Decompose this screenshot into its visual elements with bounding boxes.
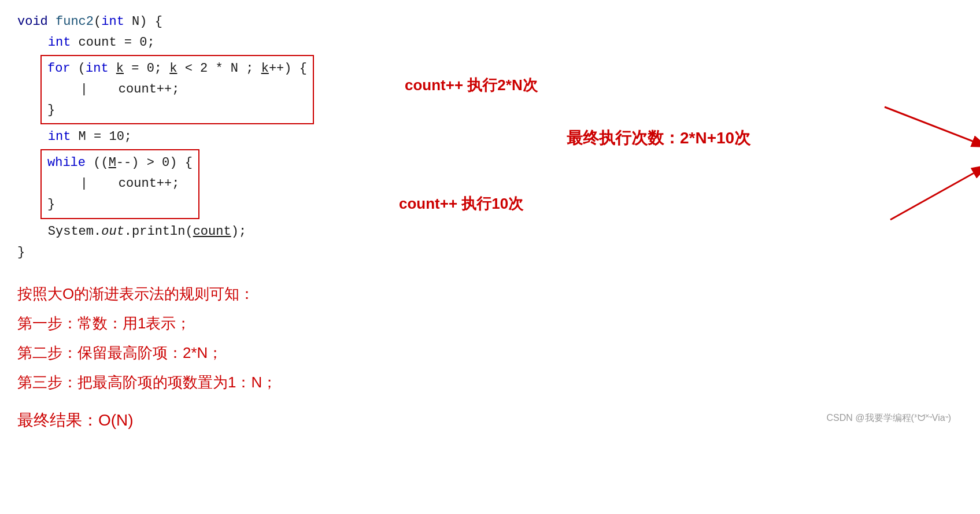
svg-line-1: [885, 107, 980, 147]
text-step1: 第一步：常数：用1表示；: [17, 310, 963, 337]
annotations-area: count++ 执行2*N次 最终执行次数：2*N+10次 count++ 执行…: [393, 23, 971, 266]
for-line-2: | count++;: [47, 79, 307, 100]
while-line-2: | count++;: [47, 173, 193, 194]
text-step3: 第三步：把最高阶项的项数置为1：N；: [17, 369, 963, 396]
while-line-1: while ((M--) > 0) {: [47, 153, 193, 173]
for-close: }: [47, 100, 307, 121]
for-line-1: for (int k = 0; k < 2 * N ; k++) {: [47, 58, 307, 79]
text-step2: 第二步：保留最高阶项：2*N；: [17, 339, 963, 367]
watermark: CSDN @我要学编程(ᕑᗢᕁ˵Via˵): [826, 412, 951, 424]
text-section: 按照大O的渐进表示法的规则可知： 第一步：常数：用1表示； 第二步：保留最高阶项…: [17, 280, 963, 395]
annotation-count-pp-10: count++ 执行10次: [399, 194, 523, 214]
text-intro: 按照大O的渐进表示法的规则可知：: [17, 280, 963, 308]
while-close: }: [47, 194, 193, 215]
for-loop-box: for (int k = 0; k < 2 * N ; k++) { | cou…: [40, 55, 314, 125]
svg-line-2: [890, 165, 980, 220]
arrows-svg: [769, 35, 980, 278]
annotation-count-pp-2n: count++ 执行2*N次: [405, 75, 538, 95]
while-loop-box: while ((M--) > 0) { | count++; }: [40, 149, 199, 219]
final-result: 最终结果：O(N): [17, 409, 963, 431]
annotation-final: 最终执行次数：2*N+10次: [567, 127, 750, 149]
